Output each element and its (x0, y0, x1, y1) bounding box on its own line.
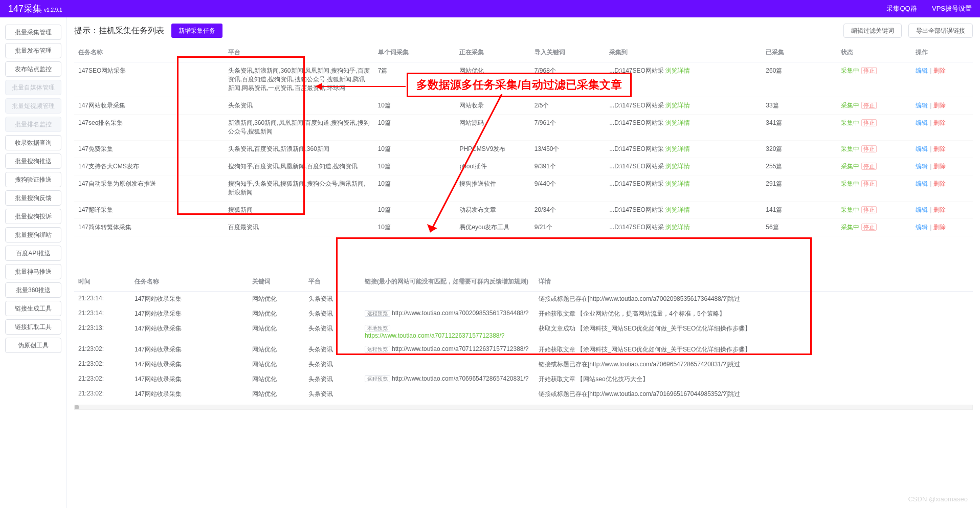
task-now: 搜狗推送软件 (455, 175, 530, 202)
task-kw: 20/34个 (530, 202, 605, 219)
task-to: ...D:\147SEO网站采 浏览详情 (605, 158, 762, 175)
sidebar-item-12[interactable]: 百度API推送 (5, 246, 61, 261)
task-row[interactable]: 147简体转繁体采集百度最资讯10篇易优eyou发布工具9/21个...D:\1… (74, 219, 973, 236)
delete-button[interactable]: 删除 (933, 119, 946, 126)
log-task: 147网站收录采集 (130, 321, 248, 342)
edit-button[interactable]: 编辑 (916, 163, 928, 170)
edit-button[interactable]: 编辑 (916, 206, 928, 213)
stop-button[interactable]: 停止 (861, 145, 877, 152)
vps-settings-link[interactable]: VPS拨号设置 (932, 5, 972, 12)
preview-badge[interactable]: 远程预览 (365, 346, 390, 352)
task-to: ...D:\147SEO网站采 浏览详情 (605, 202, 762, 219)
task-status: 采集中停止 (837, 175, 911, 202)
preview-badge[interactable]: 远程预览 (365, 310, 390, 317)
task-name: 147seo排名采集 (74, 115, 224, 141)
task-now: 网站源码 (455, 115, 530, 141)
log-row: 21:23:02:147网站收录采集网站优化头条资讯链接或标题已存在[http:… (74, 387, 973, 402)
view-detail-link[interactable]: 浏览详情 (665, 180, 690, 187)
view-detail-link[interactable]: 浏览详情 (665, 67, 690, 74)
stop-button[interactable]: 停止 (861, 224, 877, 231)
callout-text: 多数据源多任务采集/自动过滤已采集文章 (407, 73, 632, 97)
top-links: 采集QQ群 VPS拨号设置 (873, 4, 972, 13)
stop-button[interactable]: 停止 (861, 102, 877, 109)
task-done: 33篇 (762, 97, 836, 115)
qq-group-link[interactable]: 采集QQ群 (886, 5, 917, 12)
sidebar-item-11[interactable]: 批量搜狗绑站 (5, 227, 61, 242)
task-done: 320篇 (762, 141, 836, 158)
task-row[interactable]: 147网站收录采集头条资讯10篇网站收录2/5个...D:\147SEO网站采 … (74, 97, 973, 115)
main-panel: 提示：挂机采集任务列表 新增采集任务 编辑过滤关键词 导出全部错误链接 任务名称… (66, 17, 980, 508)
task-done: 255篇 (762, 158, 836, 175)
sidebar-item-14[interactable]: 批量360推送 (5, 282, 61, 298)
task-row[interactable]: 147支持各大CMS发布搜狗知乎,百度资讯,凤凰新闻,百度知道,搜狗资讯10篇p… (74, 158, 973, 175)
task-kw: 2/5个 (530, 97, 605, 115)
delete-button[interactable]: 删除 (933, 145, 946, 152)
task-col-header: 平台 (224, 43, 374, 62)
preview-badge[interactable]: 本地预览 (365, 325, 390, 332)
task-ops: 编辑|删除 (911, 115, 973, 141)
sidebar-item-15[interactable]: 链接生成工具 (5, 301, 61, 316)
log-plat: 头条资讯 (304, 342, 361, 357)
sidebar-item-0[interactable]: 批量采集管理 (5, 25, 61, 40)
delete-button[interactable]: 删除 (933, 180, 946, 187)
edit-button[interactable]: 编辑 (916, 224, 928, 231)
log-plat: 头条资讯 (304, 306, 361, 321)
sidebar-item-10[interactable]: 批量搜狗投诉 (5, 209, 61, 224)
task-now: pboot插件 (455, 158, 530, 175)
view-detail-link[interactable]: 浏览详情 (665, 102, 690, 109)
sidebar-item-8[interactable]: 搜狗验证推送 (5, 172, 61, 187)
task-name: 147SEO网站采集 (74, 62, 224, 97)
log-row: 21:23:02:147网站收录采集网站优化头条资讯远程预览http://www… (74, 342, 973, 357)
delete-button[interactable]: 删除 (933, 102, 946, 109)
task-ops: 编辑|删除 (911, 141, 973, 158)
task-name: 147网站收录采集 (74, 97, 224, 115)
delete-button[interactable]: 删除 (933, 67, 946, 74)
stop-button[interactable]: 停止 (861, 163, 877, 170)
preview-badge[interactable]: 远程预览 (365, 376, 390, 382)
task-row[interactable]: 147自动采集为原创发布推送搜狗知乎,头条资讯,搜狐新闻,搜狗公众号,腾讯新闻,… (74, 175, 973, 202)
view-detail-link[interactable]: 浏览详情 (665, 206, 690, 213)
task-row[interactable]: 147免费采集头条资讯,百度资讯,新浪新闻,360新闻10篇PHPCMSV9发布… (74, 141, 973, 158)
task-name: 147简体转繁体采集 (74, 219, 224, 236)
edit-button[interactable]: 编辑 (916, 67, 928, 74)
edit-button[interactable]: 编辑 (916, 102, 928, 109)
log-detail: 开始获取文章 【企业网站优化，提高网站流量，4个标准，5个策略】 (534, 306, 973, 321)
edit-button[interactable]: 编辑 (916, 119, 928, 126)
sidebar-item-7[interactable]: 批量搜狗推送 (5, 153, 61, 169)
view-detail-link[interactable]: 浏览详情 (665, 163, 690, 170)
edit-button[interactable]: 编辑 (916, 180, 928, 187)
task-row[interactable]: 147seo排名采集新浪新闻,360新闻,凤凰新闻,百度知道,搜狗资讯,搜狗公众… (74, 115, 973, 141)
export-errors-button[interactable]: 导出全部错误链接 (908, 24, 973, 38)
task-per: 10篇 (374, 97, 456, 115)
sidebar-item-2[interactable]: 发布站点监控 (5, 61, 61, 77)
horizontal-scrollbar[interactable] (74, 405, 973, 410)
view-detail-link[interactable]: 浏览详情 (665, 119, 690, 126)
stop-button[interactable]: 停止 (861, 67, 877, 74)
filter-keyword-button[interactable]: 编辑过滤关键词 (843, 24, 902, 38)
sidebar-item-16[interactable]: 链接抓取工具 (5, 319, 61, 335)
task-name: 147翻译采集 (74, 202, 224, 219)
delete-button[interactable]: 删除 (933, 224, 946, 231)
sidebar-item-6[interactable]: 收录数据查询 (5, 135, 61, 150)
task-row[interactable]: 147翻译采集搜狐新闻10篇动易发布文章20/34个...D:\147SEO网站… (74, 202, 973, 219)
view-detail-link[interactable]: 浏览详情 (665, 145, 690, 152)
edit-button[interactable]: 编辑 (916, 145, 928, 152)
view-detail-link[interactable]: 浏览详情 (665, 224, 690, 231)
log-link[interactable]: https://www.toutiao.com/a707112263715771… (365, 332, 505, 339)
delete-button[interactable]: 删除 (933, 206, 946, 213)
stop-button[interactable]: 停止 (861, 206, 877, 213)
log-link[interactable]: http://www.toutiao.com/a7002098535617364… (392, 310, 529, 317)
sidebar-item-17[interactable]: 伪原创工具 (5, 338, 61, 353)
task-done: 291篇 (762, 175, 836, 202)
sidebar-item-1[interactable]: 批量发布管理 (5, 43, 61, 58)
stop-button[interactable]: 停止 (861, 119, 877, 126)
stop-button[interactable]: 停止 (861, 180, 877, 187)
delete-button[interactable]: 删除 (933, 163, 946, 170)
log-link[interactable]: http://www.toutiao.com/a7071122637157712… (392, 345, 529, 352)
sidebar-item-13[interactable]: 批量神马推送 (5, 264, 61, 279)
task-now: 动易发布文章 (455, 202, 530, 219)
log-link[interactable]: http://www.toutiao.com/a7069654728657420… (392, 375, 529, 382)
new-task-button[interactable]: 新增采集任务 (171, 24, 222, 38)
task-now: PHPCMSV9发布 (455, 141, 530, 158)
sidebar-item-9[interactable]: 批量搜狗反馈 (5, 190, 61, 206)
